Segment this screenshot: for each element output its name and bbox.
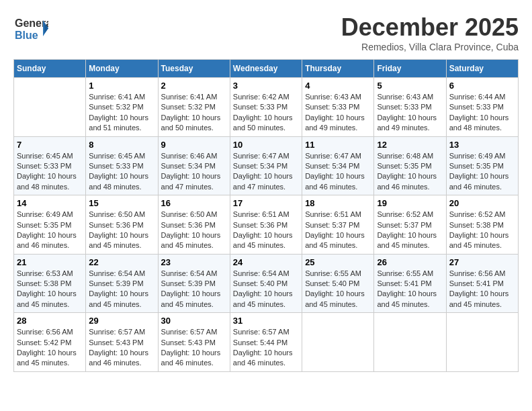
header-row: SundayMondayTuesdayWednesdayThursdayFrid… bbox=[14, 60, 519, 78]
day-cell: 30Sunrise: 6:57 AMSunset: 5:43 PMDayligh… bbox=[158, 313, 230, 372]
day-number: 24 bbox=[233, 257, 299, 267]
day-number: 22 bbox=[89, 257, 154, 267]
day-number: 19 bbox=[377, 198, 443, 208]
day-info: Sunrise: 6:43 AMSunset: 5:33 PMDaylight:… bbox=[305, 92, 371, 134]
day-cell: 11Sunrise: 6:47 AMSunset: 5:34 PMDayligh… bbox=[302, 136, 374, 195]
day-cell: 18Sunrise: 6:51 AMSunset: 5:37 PMDayligh… bbox=[302, 195, 374, 255]
day-cell bbox=[302, 313, 374, 372]
day-cell: 9Sunrise: 6:46 AMSunset: 5:34 PMDaylight… bbox=[158, 136, 230, 195]
day-cell: 6Sunrise: 6:44 AMSunset: 5:33 PMDaylight… bbox=[446, 78, 518, 137]
day-info: Sunrise: 6:48 AMSunset: 5:35 PMDaylight:… bbox=[377, 151, 443, 193]
day-number: 5 bbox=[377, 81, 443, 91]
week-row-5: 28Sunrise: 6:56 AMSunset: 5:42 PMDayligh… bbox=[14, 313, 519, 372]
day-cell: 24Sunrise: 6:54 AMSunset: 5:40 PMDayligh… bbox=[230, 254, 302, 313]
header-cell-tuesday: Tuesday bbox=[158, 60, 230, 78]
day-cell bbox=[374, 313, 446, 372]
day-cell: 21Sunrise: 6:53 AMSunset: 5:38 PMDayligh… bbox=[14, 254, 86, 313]
day-number: 29 bbox=[89, 316, 154, 326]
day-number: 10 bbox=[233, 140, 299, 150]
day-cell: 16Sunrise: 6:50 AMSunset: 5:36 PMDayligh… bbox=[158, 195, 230, 255]
day-info: Sunrise: 6:49 AMSunset: 5:35 PMDaylight:… bbox=[449, 151, 515, 193]
week-row-3: 14Sunrise: 6:49 AMSunset: 5:35 PMDayligh… bbox=[14, 195, 519, 255]
day-cell: 26Sunrise: 6:55 AMSunset: 5:41 PMDayligh… bbox=[374, 254, 446, 313]
day-info: Sunrise: 6:46 AMSunset: 5:34 PMDaylight:… bbox=[161, 151, 227, 193]
day-info: Sunrise: 6:51 AMSunset: 5:37 PMDaylight:… bbox=[305, 210, 371, 251]
day-cell: 13Sunrise: 6:49 AMSunset: 5:35 PMDayligh… bbox=[446, 136, 518, 195]
day-cell: 27Sunrise: 6:56 AMSunset: 5:41 PMDayligh… bbox=[446, 254, 518, 313]
day-info: Sunrise: 6:50 AMSunset: 5:36 PMDaylight:… bbox=[89, 210, 154, 251]
day-info: Sunrise: 6:54 AMSunset: 5:40 PMDaylight:… bbox=[233, 269, 299, 310]
month-title: December 2025 bbox=[341, 13, 519, 42]
day-number: 27 bbox=[449, 257, 515, 267]
day-info: Sunrise: 6:56 AMSunset: 5:42 PMDaylight:… bbox=[17, 327, 83, 369]
day-info: Sunrise: 6:47 AMSunset: 5:34 PMDaylight:… bbox=[305, 151, 371, 193]
day-number: 30 bbox=[161, 316, 227, 326]
day-cell: 3Sunrise: 6:42 AMSunset: 5:33 PMDaylight… bbox=[230, 78, 302, 137]
day-number: 17 bbox=[233, 198, 299, 208]
day-info: Sunrise: 6:57 AMSunset: 5:43 PMDaylight:… bbox=[89, 327, 154, 369]
day-number: 1 bbox=[89, 81, 154, 91]
logo-icon: General Blue bbox=[13, 13, 46, 40]
day-cell: 15Sunrise: 6:50 AMSunset: 5:36 PMDayligh… bbox=[86, 195, 158, 255]
day-number: 14 bbox=[17, 198, 83, 208]
header-cell-monday: Monday bbox=[86, 60, 158, 78]
day-cell: 17Sunrise: 6:51 AMSunset: 5:36 PMDayligh… bbox=[230, 195, 302, 255]
day-cell: 14Sunrise: 6:49 AMSunset: 5:35 PMDayligh… bbox=[14, 195, 86, 255]
day-cell bbox=[14, 78, 86, 137]
day-number: 2 bbox=[161, 81, 227, 91]
day-number: 28 bbox=[17, 316, 83, 326]
day-cell: 23Sunrise: 6:54 AMSunset: 5:39 PMDayligh… bbox=[158, 254, 230, 313]
location-subtitle: Remedios, Villa Clara Province, Cuba bbox=[341, 42, 519, 52]
day-cell: 7Sunrise: 6:45 AMSunset: 5:33 PMDaylight… bbox=[14, 136, 86, 195]
day-cell: 25Sunrise: 6:55 AMSunset: 5:40 PMDayligh… bbox=[302, 254, 374, 313]
day-number: 25 bbox=[305, 257, 371, 267]
day-number: 16 bbox=[161, 198, 227, 208]
day-info: Sunrise: 6:55 AMSunset: 5:40 PMDaylight:… bbox=[305, 269, 371, 310]
day-info: Sunrise: 6:53 AMSunset: 5:38 PMDaylight:… bbox=[17, 269, 83, 310]
day-number: 8 bbox=[89, 140, 154, 150]
title-block: December 2025 Remedios, Villa Clara Prov… bbox=[341, 13, 519, 52]
day-number: 15 bbox=[89, 198, 154, 208]
calendar-table: SundayMondayTuesdayWednesdayThursdayFrid… bbox=[13, 59, 519, 372]
day-number: 9 bbox=[161, 140, 227, 150]
header-cell-thursday: Thursday bbox=[302, 60, 374, 78]
day-info: Sunrise: 6:57 AMSunset: 5:43 PMDaylight:… bbox=[161, 327, 227, 369]
day-number: 13 bbox=[449, 140, 515, 150]
day-number: 26 bbox=[377, 257, 443, 267]
day-cell: 28Sunrise: 6:56 AMSunset: 5:42 PMDayligh… bbox=[14, 313, 86, 372]
day-cell: 5Sunrise: 6:43 AMSunset: 5:33 PMDaylight… bbox=[374, 78, 446, 137]
day-info: Sunrise: 6:52 AMSunset: 5:38 PMDaylight:… bbox=[449, 210, 515, 251]
day-cell bbox=[446, 313, 518, 372]
day-cell: 12Sunrise: 6:48 AMSunset: 5:35 PMDayligh… bbox=[374, 136, 446, 195]
day-number: 4 bbox=[305, 81, 371, 91]
week-row-2: 7Sunrise: 6:45 AMSunset: 5:33 PMDaylight… bbox=[14, 136, 519, 195]
day-cell: 2Sunrise: 6:41 AMSunset: 5:32 PMDaylight… bbox=[158, 78, 230, 137]
day-info: Sunrise: 6:57 AMSunset: 5:44 PMDaylight:… bbox=[233, 327, 299, 369]
page-header: General Blue December 2025 Remedios, Vil… bbox=[13, 13, 519, 52]
day-cell: 20Sunrise: 6:52 AMSunset: 5:38 PMDayligh… bbox=[446, 195, 518, 255]
day-cell: 4Sunrise: 6:43 AMSunset: 5:33 PMDaylight… bbox=[302, 78, 374, 137]
day-info: Sunrise: 6:50 AMSunset: 5:36 PMDaylight:… bbox=[161, 210, 227, 251]
logo: General Blue bbox=[13, 13, 48, 40]
day-info: Sunrise: 6:54 AMSunset: 5:39 PMDaylight:… bbox=[161, 269, 227, 310]
day-number: 3 bbox=[233, 81, 299, 91]
day-number: 6 bbox=[449, 81, 515, 91]
day-number: 21 bbox=[17, 257, 83, 267]
day-number: 12 bbox=[377, 140, 443, 150]
day-info: Sunrise: 6:55 AMSunset: 5:41 PMDaylight:… bbox=[377, 269, 443, 310]
day-cell: 31Sunrise: 6:57 AMSunset: 5:44 PMDayligh… bbox=[230, 313, 302, 372]
day-cell: 22Sunrise: 6:54 AMSunset: 5:39 PMDayligh… bbox=[86, 254, 158, 313]
svg-text:Blue: Blue bbox=[15, 30, 38, 41]
day-number: 23 bbox=[161, 257, 227, 267]
day-info: Sunrise: 6:54 AMSunset: 5:39 PMDaylight:… bbox=[89, 269, 154, 310]
day-number: 20 bbox=[449, 198, 515, 208]
day-number: 11 bbox=[305, 140, 371, 150]
day-cell: 29Sunrise: 6:57 AMSunset: 5:43 PMDayligh… bbox=[86, 313, 158, 372]
week-row-1: 1Sunrise: 6:41 AMSunset: 5:32 PMDaylight… bbox=[14, 78, 519, 137]
day-info: Sunrise: 6:51 AMSunset: 5:36 PMDaylight:… bbox=[233, 210, 299, 251]
day-info: Sunrise: 6:47 AMSunset: 5:34 PMDaylight:… bbox=[233, 151, 299, 193]
day-cell: 10Sunrise: 6:47 AMSunset: 5:34 PMDayligh… bbox=[230, 136, 302, 195]
header-cell-wednesday: Wednesday bbox=[230, 60, 302, 78]
week-row-4: 21Sunrise: 6:53 AMSunset: 5:38 PMDayligh… bbox=[14, 254, 519, 313]
day-number: 7 bbox=[17, 140, 83, 150]
